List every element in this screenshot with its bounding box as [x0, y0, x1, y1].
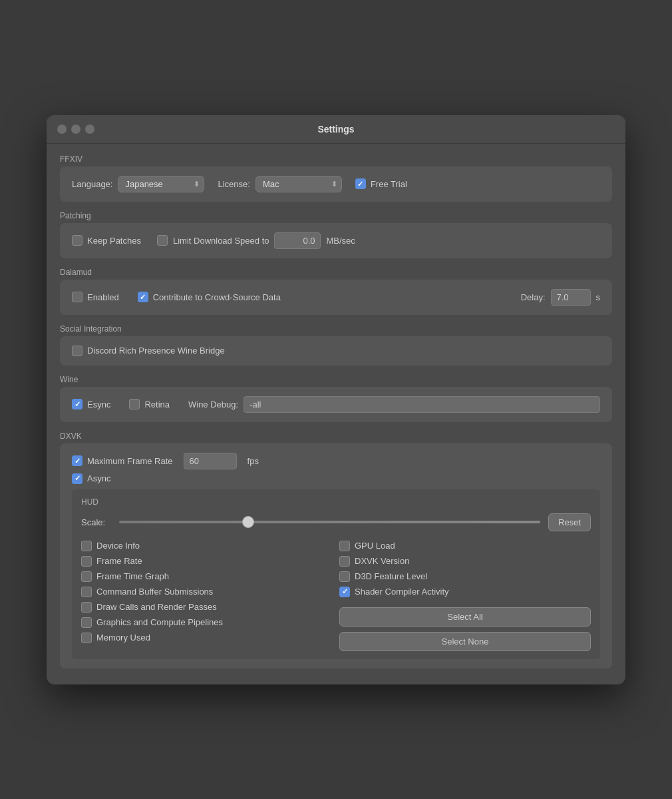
- select-none-button[interactable]: Select None: [339, 632, 591, 651]
- gpu-load-checkbox[interactable]: [339, 541, 350, 551]
- draw-calls-checkbox[interactable]: [81, 602, 92, 613]
- cmd-buffer-label: Command Buffer Submissions: [96, 587, 213, 597]
- scale-label: Scale:: [81, 517, 111, 527]
- select-buttons: Select All Select None: [339, 607, 591, 651]
- frame-rate-label: Frame Rate: [96, 556, 142, 566]
- free-trial-label: Free Trial: [371, 179, 407, 189]
- d3d-feature-checkbox[interactable]: [339, 571, 350, 582]
- minimize-button[interactable]: [71, 125, 81, 134]
- reset-button[interactable]: Reset: [548, 513, 591, 531]
- free-trial-checkbox[interactable]: [355, 178, 366, 189]
- dalamud-row: Enabled Contribute to Crowd-Source Data …: [72, 289, 600, 306]
- max-frame-rate-label: Maximum Frame Rate: [87, 456, 173, 466]
- async-label: Async: [87, 473, 110, 483]
- async-checkbox[interactable]: [72, 473, 83, 484]
- scale-row: Scale: Reset: [81, 513, 591, 531]
- pipelines-checkbox[interactable]: [81, 617, 92, 628]
- speed-unit: MB/sec: [326, 236, 355, 246]
- content-area: FFXIV Language: Japanese English German …: [47, 144, 625, 684]
- frame-time-graph-group: Frame Time Graph: [81, 571, 333, 582]
- wine-debug-group: Wine Debug:: [188, 396, 600, 413]
- title-bar: Settings: [47, 115, 625, 144]
- select-all-button[interactable]: Select All: [339, 607, 591, 627]
- delay-unit: s: [596, 292, 601, 302]
- memory-used-checkbox[interactable]: [81, 633, 92, 643]
- patching-row: Keep Patches Limit Download Speed to MB/…: [72, 232, 600, 249]
- device-info-label: Device Info: [96, 541, 140, 551]
- limit-speed-checkbox[interactable]: [157, 235, 168, 246]
- keep-patches-label: Keep Patches: [87, 236, 141, 246]
- shader-compiler-checkbox[interactable]: [339, 587, 350, 597]
- patching-section: Patching Keep Patches Limit Download Spe…: [60, 211, 612, 258]
- dalamud-section: Dalamud Enabled Contribute to Crowd-Sour…: [60, 268, 612, 315]
- social-section: Social Integration Discord Rich Presence…: [60, 324, 612, 366]
- ffxiv-box: Language: Japanese English German French…: [60, 166, 612, 202]
- dxvk-box: Maximum Frame Rate fps Async HUD Scale:: [60, 443, 612, 668]
- retina-group: Retina: [129, 399, 170, 409]
- maximize-button[interactable]: [85, 125, 94, 134]
- wine-section-label: Wine: [60, 375, 612, 384]
- dxvk-section: DXVK Maximum Frame Rate fps Async HUD: [60, 431, 612, 668]
- language-label: Language:: [72, 179, 112, 189]
- device-info-checkbox[interactable]: [81, 541, 92, 551]
- language-select-wrapper: Japanese English German French: [118, 176, 204, 192]
- frame-time-graph-checkbox[interactable]: [81, 571, 92, 582]
- frame-rate-checkbox[interactable]: [81, 556, 92, 567]
- license-group: License: Mac Windows Steam: [218, 176, 341, 192]
- retina-checkbox[interactable]: [129, 399, 140, 409]
- gpu-load-group: GPU Load: [339, 541, 591, 551]
- esync-label: Esync: [87, 400, 110, 409]
- dxvk-version-group: DXVK Version: [339, 556, 591, 567]
- hud-right-column: GPU Load DXVK Version D3D Feature Level: [339, 541, 591, 651]
- pipelines-group: Graphics and Compute Pipelines: [81, 617, 333, 628]
- d3d-feature-label: D3D Feature Level: [355, 571, 427, 581]
- pipelines-label: Graphics and Compute Pipelines: [96, 617, 223, 627]
- speed-input[interactable]: [274, 232, 321, 249]
- discord-checkbox[interactable]: [72, 346, 83, 356]
- keep-patches-checkbox[interactable]: [72, 235, 83, 246]
- esync-checkbox[interactable]: [72, 399, 83, 409]
- frame-rate-input[interactable]: [184, 453, 237, 469]
- dxvk-top-row: Maximum Frame Rate fps: [72, 453, 600, 469]
- max-frame-rate-group: Maximum Frame Rate: [72, 455, 173, 466]
- shader-compiler-group: Shader Compiler Activity: [339, 587, 591, 597]
- gpu-load-label: GPU Load: [355, 541, 395, 551]
- hud-label: HUD: [81, 497, 591, 507]
- cmd-buffer-checkbox[interactable]: [81, 587, 92, 597]
- hud-left-column: Device Info Frame Rate Frame Time Graph: [81, 541, 333, 651]
- window-title: Settings: [317, 124, 354, 134]
- crowd-source-checkbox[interactable]: [138, 292, 148, 302]
- wine-box: Esync Retina Wine Debug:: [60, 387, 612, 422]
- ffxiv-row: Language: Japanese English German French…: [72, 176, 600, 192]
- dalamud-enabled-label: Enabled: [87, 292, 119, 302]
- slider-container: [119, 521, 540, 523]
- free-trial-group: Free Trial: [355, 178, 407, 189]
- delay-label: Delay:: [521, 292, 546, 302]
- discord-group: Discord Rich Presence Wine Bridge: [72, 346, 600, 356]
- wine-section: Wine Esync Retina Wine Debug:: [60, 375, 612, 422]
- delay-group: Delay: s: [521, 289, 600, 306]
- wine-debug-input[interactable]: [244, 396, 600, 413]
- ffxiv-section: FFXIV Language: Japanese English German …: [60, 154, 612, 202]
- retina-label: Retina: [144, 400, 170, 409]
- dalamud-box: Enabled Contribute to Crowd-Source Data …: [60, 280, 612, 315]
- limit-speed-label: Limit Download Speed to: [173, 236, 269, 246]
- license-label: License:: [218, 179, 250, 189]
- social-box: Discord Rich Presence Wine Bridge: [60, 336, 612, 366]
- scale-slider[interactable]: [119, 521, 540, 523]
- language-select[interactable]: Japanese English German French: [118, 176, 204, 192]
- patching-box: Keep Patches Limit Download Speed to MB/…: [60, 223, 612, 258]
- license-select[interactable]: Mac Windows Steam: [255, 176, 342, 192]
- settings-window: Settings FFXIV Language: Japanese Englis…: [47, 115, 625, 684]
- hud-grid: Device Info Frame Rate Frame Time Graph: [81, 541, 591, 651]
- wine-row: Esync Retina Wine Debug:: [72, 396, 600, 413]
- hud-section: HUD Scale: Reset Device Info: [72, 489, 600, 659]
- dxvk-version-checkbox[interactable]: [339, 556, 350, 567]
- crowd-source-label: Contribute to Crowd-Source Data: [153, 292, 281, 302]
- language-group: Language: Japanese English German French: [72, 176, 204, 192]
- dalamud-enabled-checkbox[interactable]: [72, 292, 83, 302]
- max-frame-rate-checkbox[interactable]: [72, 455, 83, 466]
- delay-input[interactable]: [551, 289, 591, 306]
- shader-compiler-label: Shader Compiler Activity: [355, 587, 449, 597]
- close-button[interactable]: [57, 125, 67, 134]
